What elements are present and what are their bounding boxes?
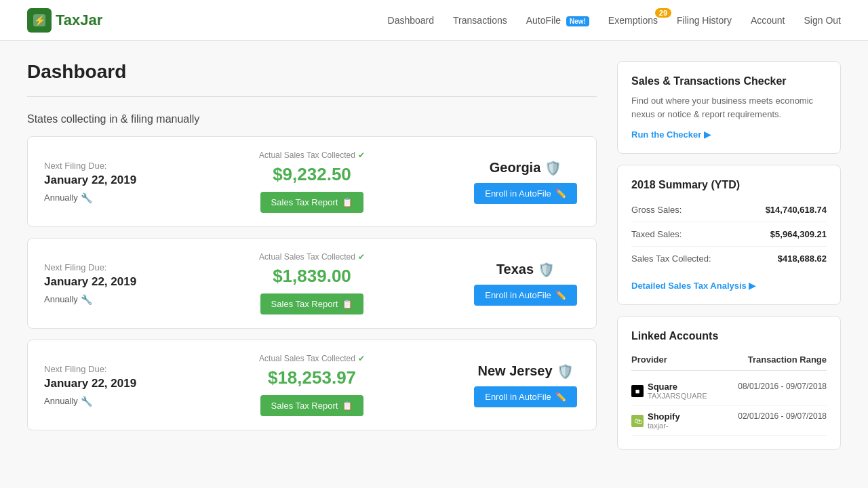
autofile-btn-texas[interactable]: Enroll in AutoFile ✏️ <box>474 285 577 306</box>
shopify-provider-name: Shopify <box>648 411 680 422</box>
sales-tax-report-btn-new-jersey[interactable]: Sales Tax Report 📋 <box>260 395 364 416</box>
wrench-icon-new-jersey[interactable]: 🔧 <box>81 396 92 407</box>
state-name-georgia: Georgia 🛡️ <box>471 160 580 176</box>
collected-label-texas: Actual Sales Tax Collected ✔ <box>166 252 458 262</box>
summary-row-taxed: Taxed Sales: $5,964,309.21 <box>631 222 827 247</box>
next-filing-date-georgia: January 22, 2019 <box>44 174 153 187</box>
next-filing-date-new-jersey: January 22, 2019 <box>44 377 153 390</box>
square-range: 08/01/2016 - 09/07/2018 <box>738 382 827 391</box>
autofile-new-badge: New! <box>566 16 589 26</box>
square-provider-name: Square <box>648 382 707 392</box>
account-row-square: ■ Square TAXJARSQUARE 08/01/2016 - 09/07… <box>631 376 827 406</box>
nav-exemptions[interactable]: Exemptions 29 <box>608 15 658 26</box>
gross-sales-value: $14,740,618.74 <box>766 205 827 215</box>
shopify-sub-name: taxjar- <box>648 422 680 430</box>
check-icon-new-jersey: ✔ <box>358 354 365 363</box>
checker-panel: Sales & Transactions Checker Find out wh… <box>617 61 841 154</box>
summary-rows: Gross Sales: $14,740,618.74 Taxed Sales:… <box>631 198 827 270</box>
autofile-btn-new-jersey[interactable]: Enroll in AutoFile ✏️ <box>474 386 577 407</box>
checker-title: Sales & Transactions Checker <box>631 75 827 87</box>
account-info-square: ■ Square TAXJARSQUARE <box>631 382 707 400</box>
autofile-icon-texas: ✏️ <box>555 290 566 300</box>
logo-text: TaxJar <box>56 12 102 29</box>
linked-accounts-panel: Linked Accounts Provider Transaction Ran… <box>617 316 841 450</box>
card-right-georgia: Georgia 🛡️ Enroll in AutoFile ✏️ <box>471 160 580 204</box>
autofile-btn-georgia[interactable]: Enroll in AutoFile ✏️ <box>474 183 577 204</box>
shield-icon-texas: 🛡️ <box>538 262 555 278</box>
collected-label-georgia: Actual Sales Tax Collected ✔ <box>166 150 458 160</box>
next-filing-label-texas: Next Filing Due: <box>44 262 153 272</box>
account-details-shopify: Shopify taxjar- <box>648 411 680 430</box>
accounts-table-header: Provider Transaction Range <box>631 349 827 371</box>
summary-row-collected: Sales Tax Collected: $418,688.62 <box>631 247 827 270</box>
state-card-georgia: Next Filing Due: January 22, 2019 Annual… <box>27 136 597 227</box>
state-name-new-jersey: New Jersey 🛡️ <box>471 363 580 380</box>
collected-amount-new-jersey: $18,253.97 <box>166 367 458 388</box>
card-middle-new-jersey: Actual Sales Tax Collected ✔ $18,253.97 … <box>166 354 458 416</box>
summary-row-gross: Gross Sales: $14,740,618.74 <box>631 198 827 222</box>
section-title: States collecting in & filing manually <box>27 113 597 125</box>
main-nav: Dashboard Transactions AutoFile New! Exe… <box>388 15 841 26</box>
sales-tax-report-btn-georgia[interactable]: Sales Tax Report 📋 <box>260 192 364 213</box>
check-icon-texas: ✔ <box>358 252 365 262</box>
detailed-analysis-link[interactable]: Detailed Sales Tax Analysis ▶ <box>631 281 755 291</box>
card-right-texas: Texas 🛡️ Enroll in AutoFile ✏️ <box>471 262 580 306</box>
report-icon-new-jersey: 📋 <box>342 401 353 411</box>
state-card-new-jersey: Next Filing Due: January 22, 2019 Annual… <box>27 340 597 430</box>
account-details-square: Square TAXJARSQUARE <box>648 382 707 400</box>
next-filing-date-texas: January 22, 2019 <box>44 275 153 289</box>
check-icon-georgia: ✔ <box>358 150 365 160</box>
shopify-range: 02/01/2016 - 09/07/2018 <box>738 411 827 421</box>
content-area: Dashboard States collecting in & filing … <box>27 61 597 461</box>
logo-icon: ⚡ <box>27 8 52 33</box>
gross-sales-label: Gross Sales: <box>631 205 682 215</box>
nav-dashboard[interactable]: Dashboard <box>388 15 435 26</box>
nav-autofile[interactable]: AutoFile New! <box>526 15 589 26</box>
card-right-new-jersey: New Jersey 🛡️ Enroll in AutoFile ✏️ <box>471 363 580 407</box>
next-filing-label-new-jersey: Next Filing Due: <box>44 364 153 374</box>
range-header: Transaction Range <box>748 354 827 365</box>
account-info-shopify: 🛍 Shopify taxjar- <box>631 411 680 430</box>
main-content: Dashboard States collecting in & filing … <box>0 41 868 481</box>
collected-amount-texas: $1,839.00 <box>166 266 458 287</box>
shield-icon-georgia: 🛡️ <box>545 160 561 176</box>
summary-title: 2018 Summary (YTD) <box>631 179 827 191</box>
summary-panel: 2018 Summary (YTD) Gross Sales: $14,740,… <box>617 165 841 305</box>
nav-sign-out[interactable]: Sign Out <box>804 15 841 26</box>
checker-desc: Find out where your business meets econo… <box>631 94 827 121</box>
shopify-icon: 🛍 <box>631 415 644 427</box>
state-name-texas: Texas 🛡️ <box>471 262 580 278</box>
svg-text:⚡: ⚡ <box>34 15 46 26</box>
shield-icon-new-jersey: 🛡️ <box>557 363 574 380</box>
autofile-icon-new-jersey: ✏️ <box>555 392 566 402</box>
report-icon-georgia: 📋 <box>342 197 353 207</box>
report-icon-texas: 📋 <box>342 299 353 309</box>
square-icon: ■ <box>631 385 644 397</box>
frequency-georgia: Annually 🔧 <box>44 192 153 203</box>
autofile-icon-georgia: ✏️ <box>555 188 566 199</box>
logo: ⚡ TaxJar <box>27 8 102 33</box>
divider <box>27 96 597 97</box>
sales-tax-report-btn-texas[interactable]: Sales Tax Report 📋 <box>260 293 364 314</box>
card-middle-georgia: Actual Sales Tax Collected ✔ $9,232.50 S… <box>166 150 458 213</box>
state-card-texas: Next Filing Due: January 22, 2019 Annual… <box>27 238 597 329</box>
run-checker-link[interactable]: Run the Checker ▶ <box>631 129 711 140</box>
frequency-new-jersey: Annually 🔧 <box>44 396 153 407</box>
wrench-icon-texas[interactable]: 🔧 <box>81 294 92 305</box>
square-sub-name: TAXJARSQUARE <box>648 392 707 400</box>
collected-amount-georgia: $9,232.50 <box>166 164 458 185</box>
next-filing-label-georgia: Next Filing Due: <box>44 161 153 171</box>
taxed-sales-label: Taxed Sales: <box>631 229 682 239</box>
nav-filing-history[interactable]: Filing History <box>677 15 732 26</box>
nav-transactions[interactable]: Transactions <box>453 15 507 26</box>
card-left-new-jersey: Next Filing Due: January 22, 2019 Annual… <box>44 364 153 407</box>
page-title: Dashboard <box>27 61 597 83</box>
nav-account[interactable]: Account <box>751 15 785 26</box>
account-row-shopify: 🛍 Shopify taxjar- 02/01/2016 - 09/07/201… <box>631 406 827 436</box>
collected-label-new-jersey: Actual Sales Tax Collected ✔ <box>166 354 458 363</box>
taxed-sales-value: $5,964,309.21 <box>770 229 827 239</box>
header: ⚡ TaxJar Dashboard Transactions AutoFile… <box>0 0 868 41</box>
wrench-icon-georgia[interactable]: 🔧 <box>81 192 92 203</box>
card-left-georgia: Next Filing Due: January 22, 2019 Annual… <box>44 161 153 203</box>
card-left-texas: Next Filing Due: January 22, 2019 Annual… <box>44 262 153 305</box>
